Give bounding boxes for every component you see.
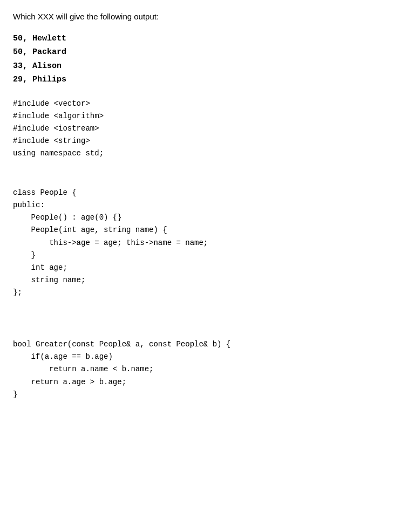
output-line-4: 29, Philips bbox=[13, 73, 395, 87]
output-line-1: 50, Hewlett bbox=[13, 32, 395, 46]
expected-output: 50, Hewlett 50, Packard 33, Alison 29, P… bbox=[13, 32, 395, 87]
code-function-def: bool Greater(const People& a, const Peop… bbox=[13, 301, 395, 401]
output-line-3: 33, Alison bbox=[13, 59, 395, 73]
output-line-2: 50, Packard bbox=[13, 45, 395, 59]
code-includes: #include <vector> #include <algorithm> #… bbox=[13, 98, 395, 160]
question-text: Which XXX will give the following output… bbox=[13, 11, 395, 23]
code-class-def: class People { public: People() : age(0)… bbox=[13, 162, 395, 299]
